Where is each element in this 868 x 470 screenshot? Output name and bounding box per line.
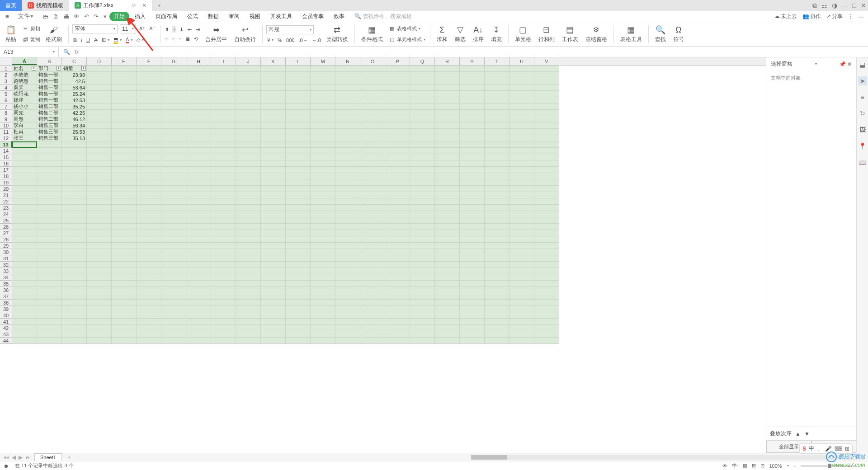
collapse-ribbon-icon[interactable]: ︿ — [859, 13, 864, 20]
cell-empty[interactable] — [236, 72, 261, 78]
cell-empty[interactable] — [435, 85, 460, 91]
cell-empty[interactable] — [509, 179, 534, 186]
cell-empty[interactable] — [360, 173, 385, 179]
cell-empty[interactable] — [335, 268, 360, 274]
cell-empty[interactable] — [435, 281, 460, 287]
cell-empty[interactable] — [261, 312, 286, 319]
cell-empty[interactable] — [460, 148, 485, 154]
cell-empty[interactable] — [311, 268, 335, 274]
cell-empty[interactable] — [112, 78, 137, 85]
pin-icon[interactable]: 📌 — [839, 61, 846, 67]
cell-empty[interactable] — [236, 224, 261, 230]
cell-empty[interactable] — [509, 274, 534, 281]
cell-empty[interactable] — [261, 236, 286, 243]
cell-empty[interactable] — [509, 319, 534, 325]
cell-empty[interactable] — [534, 312, 559, 319]
cell-empty[interactable] — [509, 312, 534, 319]
cell-empty[interactable] — [186, 306, 211, 312]
cell-empty[interactable] — [161, 141, 186, 148]
cell-empty[interactable] — [385, 300, 410, 306]
rowcol-button[interactable]: ⊟行和列 — [536, 24, 557, 44]
cell-empty[interactable] — [485, 205, 509, 211]
row-header-35[interactable]: 35 — [0, 281, 12, 287]
cell-empty[interactable] — [435, 268, 460, 274]
cell-empty[interactable] — [211, 281, 236, 287]
cell-empty[interactable] — [137, 255, 161, 262]
cell-B6[interactable]: 销售一部 — [37, 97, 62, 103]
cell-empty[interactable] — [186, 211, 211, 217]
cell-empty[interactable] — [186, 110, 211, 116]
symbol-button[interactable]: Ω符号 — [670, 24, 687, 44]
cell-empty[interactable] — [460, 85, 485, 91]
cell-empty[interactable] — [485, 97, 509, 103]
cell-empty[interactable] — [435, 255, 460, 262]
cell-empty[interactable] — [410, 236, 435, 243]
cell-empty[interactable] — [12, 224, 37, 230]
row-header-12[interactable]: 12 — [0, 135, 12, 141]
dec-inc-icon[interactable]: .0→ — [297, 37, 308, 43]
cell-empty[interactable] — [435, 148, 460, 154]
cell-empty[interactable] — [186, 224, 211, 230]
view-break-icon[interactable]: ⊡ — [760, 463, 764, 469]
cell-empty[interactable] — [62, 268, 87, 274]
row-header-29[interactable]: 29 — [0, 243, 12, 249]
cell-empty[interactable] — [311, 160, 335, 167]
cell-empty[interactable] — [62, 312, 87, 319]
cell-empty[interactable] — [37, 312, 62, 319]
cell-empty[interactable] — [509, 85, 534, 91]
cell-empty[interactable] — [311, 135, 335, 141]
cell-empty[interactable] — [360, 72, 385, 78]
cell-empty[interactable] — [261, 154, 286, 160]
cell-empty[interactable] — [410, 268, 435, 274]
cell-empty[interactable] — [311, 192, 335, 198]
cell-empty[interactable] — [62, 281, 87, 287]
cell-empty[interactable] — [410, 103, 435, 110]
cell-empty[interactable] — [335, 243, 360, 249]
cell-empty[interactable] — [534, 85, 559, 91]
cell-empty[interactable] — [161, 306, 186, 312]
table-style-button[interactable]: ▦表格样式▾ — [387, 25, 426, 33]
row-header-2[interactable]: 2 — [0, 72, 12, 78]
cell-empty[interactable] — [62, 167, 87, 173]
cell-empty[interactable] — [509, 141, 534, 148]
cell-empty[interactable] — [12, 274, 37, 281]
clear-format-icon[interactable]: ◇▾ — [136, 37, 145, 43]
row-header-10[interactable]: 10 — [0, 122, 12, 129]
cell-empty[interactable] — [112, 230, 137, 236]
cell-empty[interactable] — [261, 167, 286, 173]
col-header-E[interactable]: E — [112, 57, 137, 65]
cell-empty[interactable] — [137, 268, 161, 274]
cell-empty[interactable] — [311, 122, 335, 129]
cell-empty[interactable] — [509, 160, 534, 167]
cell-empty[interactable] — [509, 262, 534, 268]
new-tab-button[interactable]: ＋ — [152, 0, 166, 11]
col-header-O[interactable]: O — [360, 57, 385, 65]
cell-empty[interactable] — [211, 217, 236, 224]
cell-empty[interactable] — [485, 338, 509, 344]
filter-arrow-icon[interactable]: ▾ — [32, 66, 36, 70]
cell-empty[interactable] — [509, 192, 534, 198]
menu-dev[interactable]: 开发工具 — [266, 11, 297, 22]
cell-empty[interactable] — [211, 91, 236, 97]
skin-icon[interactable]: ◑ — [832, 2, 837, 9]
file-menu[interactable]: 文件▾ — [14, 11, 38, 22]
cell-empty[interactable] — [335, 141, 360, 148]
cell-empty[interactable] — [161, 192, 186, 198]
cell-empty[interactable] — [385, 255, 410, 262]
cell-A3[interactable]: 赵晓慧 — [12, 78, 37, 85]
cell-empty[interactable] — [261, 331, 286, 338]
cell-empty[interactable] — [435, 103, 460, 110]
cell-empty[interactable] — [534, 116, 559, 122]
cell-empty[interactable] — [360, 243, 385, 249]
cell-empty[interactable] — [37, 230, 62, 236]
cell-empty[interactable] — [311, 148, 335, 154]
cell-empty[interactable] — [385, 211, 410, 217]
cell-empty[interactable] — [211, 262, 236, 268]
cell-empty[interactable] — [360, 129, 385, 135]
cell-empty[interactable] — [186, 72, 211, 78]
cell-empty[interactable] — [87, 97, 112, 103]
cell-empty[interactable] — [236, 243, 261, 249]
cell-empty[interactable] — [137, 173, 161, 179]
cell-empty[interactable] — [161, 154, 186, 160]
menu-view[interactable]: 视图 — [245, 11, 265, 22]
